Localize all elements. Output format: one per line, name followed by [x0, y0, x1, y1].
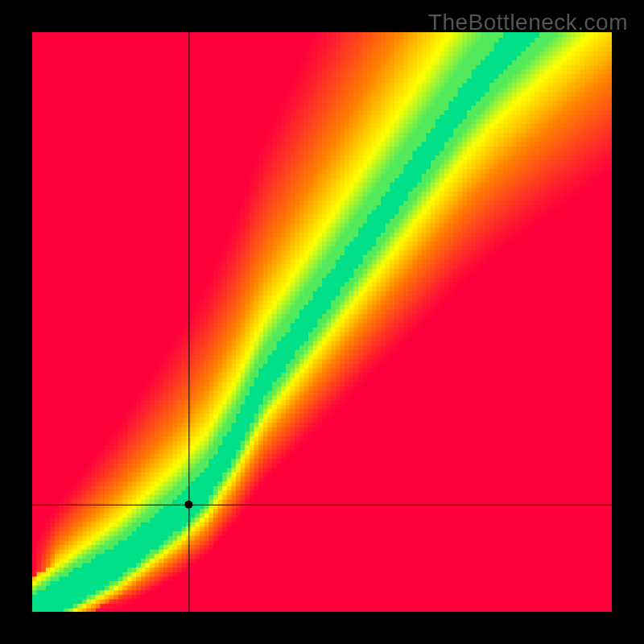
bottleneck-heatmap [32, 32, 612, 612]
chart-stage: TheBottleneck.com [0, 0, 644, 644]
watermark-text: TheBottleneck.com [428, 10, 628, 35]
